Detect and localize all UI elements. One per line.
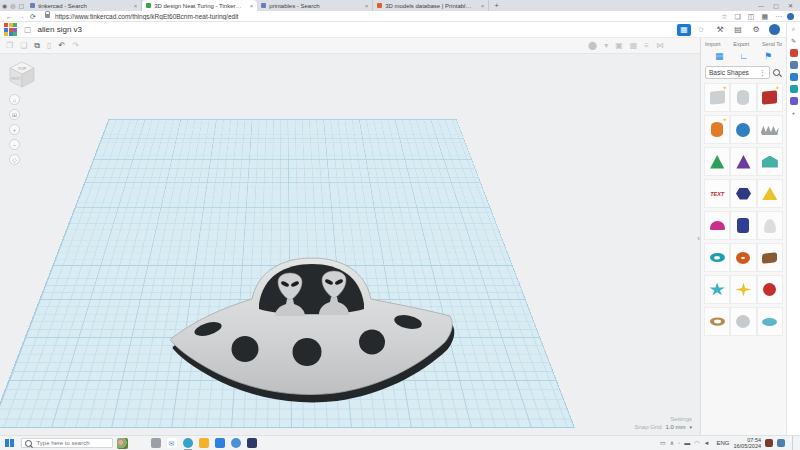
shape-hole-cylinder[interactable] <box>730 83 756 112</box>
show-desktop-button[interactable] <box>792 436 795 450</box>
tab-close-icon[interactable]: × <box>481 3 485 9</box>
volume-icon[interactable]: ◄ <box>704 440 710 446</box>
start-button[interactable] <box>2 439 17 448</box>
taskbar-photo-icon[interactable] <box>117 438 128 449</box>
settings-menu-icon[interactable]: ⋯ <box>775 13 782 20</box>
back-button[interactable]: ← <box>6 13 13 20</box>
shape-hole-box[interactable]: ✦ <box>704 83 730 112</box>
screenshot-tool-icon[interactable]: ▭ <box>660 440 666 446</box>
tab-3d-design[interactable]: 3D design Neat Turing - Tinker… × <box>142 0 257 11</box>
group-icon[interactable]: ▣ <box>615 42 623 50</box>
user-avatar[interactable] <box>769 24 780 35</box>
shape-pyramid[interactable] <box>730 147 756 176</box>
shape-tube[interactable] <box>730 243 756 272</box>
shape-text[interactable]: TEXT <box>704 179 730 208</box>
shape-box[interactable]: ✦ <box>757 83 783 112</box>
zoom-in-button[interactable]: + <box>9 124 20 135</box>
mirror-icon[interactable]: ⋈ <box>656 42 664 50</box>
delete-icon[interactable]: ▯ <box>47 42 51 50</box>
shape-star[interactable] <box>704 275 730 304</box>
shape-cone[interactable] <box>704 147 730 176</box>
grid-view-button[interactable]: ▦ <box>677 24 691 36</box>
shape-search-icon[interactable] <box>773 69 780 76</box>
send-to-button[interactable]: Send To <box>762 41 782 47</box>
shape-wedge[interactable] <box>757 179 783 208</box>
shape-sparkle[interactable] <box>730 275 756 304</box>
sidebar-compose-icon[interactable]: ✎ <box>790 37 798 45</box>
redo-icon[interactable]: ↷ <box>72 42 79 50</box>
photos-app-icon[interactable] <box>215 438 225 448</box>
tab-printables-search[interactable]: printables - Search × <box>257 0 373 11</box>
tab-close-icon[interactable]: × <box>134 3 138 9</box>
tab-tinkercad-search[interactable]: tinkercad - Search × <box>26 0 142 11</box>
perspective-button[interactable]: ◇ <box>9 154 20 165</box>
vertical-tabs-icon[interactable]: ▢ <box>19 3 25 9</box>
shape-scribble[interactable] <box>757 115 783 144</box>
design-doc-icon[interactable]: ▢ <box>24 26 32 34</box>
shape-icosphere[interactable] <box>757 275 783 304</box>
shape-sphere[interactable] <box>730 115 756 144</box>
shape-paraboloid[interactable] <box>757 211 783 240</box>
sidebar-people-icon[interactable] <box>790 61 798 69</box>
copy-icon[interactable]: ❐ <box>6 42 13 50</box>
browser-profile-icon[interactable]: ◉ <box>2 3 7 9</box>
design-canvas[interactable]: TOP FRONT ⌂⊞+−◇ <box>0 54 700 435</box>
shape-ellipsoid[interactable] <box>757 307 783 336</box>
home-view-button[interactable]: ⌂ <box>9 94 20 105</box>
paste-icon[interactable]: ❏ <box>20 42 27 50</box>
ruler-icon[interactable]: ∟ <box>739 52 748 61</box>
clock[interactable]: 07:54 16/05/2024 <box>733 437 761 449</box>
split-screen-icon[interactable]: ◫ <box>748 13 755 20</box>
shape-ring[interactable] <box>704 307 730 336</box>
network-icon[interactable]: ◠ <box>694 440 699 446</box>
close-button[interactable]: ✕ <box>788 3 793 9</box>
snap-grid-caret-icon[interactable]: ▾ <box>689 424 692 430</box>
language-indicator[interactable]: ENG <box>716 440 729 446</box>
align-icon[interactable]: ≡ <box>644 42 649 50</box>
account-settings-icon[interactable]: ⚙ <box>749 24 763 36</box>
defender-app-icon[interactable] <box>247 438 257 448</box>
shape-polygon[interactable] <box>730 179 756 208</box>
refresh-button[interactable]: ⟳ <box>30 13 36 20</box>
battery-icon[interactable]: ▬ <box>684 440 690 446</box>
toolbox-icon[interactable]: ▤ <box>731 24 745 36</box>
shape-hexagonal-prism[interactable] <box>730 211 756 240</box>
new-tab-button[interactable]: + <box>489 0 504 11</box>
taskbar-photo-icon[interactable] <box>135 438 145 448</box>
mail-app-icon[interactable]: ✉ <box>167 438 177 448</box>
zoom-out-button[interactable]: − <box>9 139 20 150</box>
tab-close-icon[interactable]: × <box>250 3 254 9</box>
sidebar-office-icon[interactable] <box>790 85 798 93</box>
duplicate-icon[interactable]: ⧉ <box>34 42 40 50</box>
notes-icon[interactable]: ⚑ <box>764 52 772 61</box>
settings-button[interactable]: Settings <box>634 416 692 422</box>
tab-3d-models-database[interactable]: 3D models database | Printabl… × <box>373 0 489 11</box>
view-cube[interactable]: TOP FRONT <box>6 56 38 90</box>
ungroup-icon[interactable]: ▦ <box>630 42 638 50</box>
notification-app-icon[interactable] <box>765 439 773 447</box>
shape-half-sphere[interactable] <box>704 211 730 240</box>
sidebar-outlook-icon[interactable] <box>790 97 798 105</box>
sidebar-add-button[interactable]: + <box>790 109 798 117</box>
export-button[interactable]: Export <box>733 41 749 47</box>
color-drop-icon[interactable]: ⬤ <box>588 42 597 50</box>
dropdown-caret-icon[interactable]: ▾ <box>604 42 608 50</box>
category-menu-icon[interactable]: ⋮ <box>759 69 766 77</box>
url-text[interactable]: https://www.tinkercad.com/things/kRqEt60… <box>55 13 716 20</box>
import-button[interactable]: Import <box>705 41 721 47</box>
file-explorer-icon[interactable] <box>199 438 209 448</box>
shape-cylinder[interactable]: ✦ <box>704 115 730 144</box>
tinker-hammer-icon[interactable]: ⚒ <box>713 24 727 36</box>
site-lock-icon[interactable] <box>45 14 50 18</box>
minimize-button[interactable]: — <box>758 3 764 9</box>
settings-app-icon[interactable] <box>231 438 241 448</box>
shape-baseplate[interactable] <box>757 243 783 272</box>
favorites-icon[interactable]: ☆ <box>721 13 727 20</box>
notification-gear-icon[interactable] <box>777 439 785 447</box>
restore-button[interactable]: ▢ <box>773 3 779 9</box>
hidden-icons-chevron[interactable]: ∧ <box>670 440 674 446</box>
taskbar-app-icon[interactable] <box>151 438 161 448</box>
workplane-icon[interactable]: ▦ <box>715 52 724 61</box>
browser-profile-avatar[interactable] <box>787 13 794 20</box>
snap-grid-value[interactable]: 1.0 mm <box>665 424 685 430</box>
